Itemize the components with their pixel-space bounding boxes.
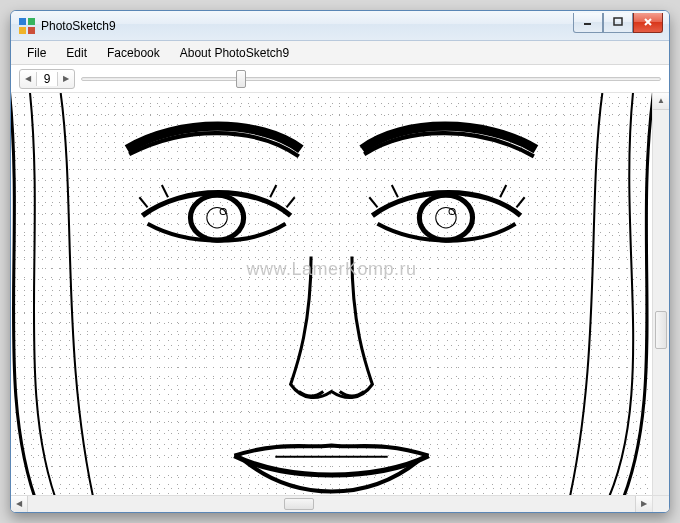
window-controls — [573, 13, 669, 33]
slider-track — [81, 77, 661, 81]
menu-about[interactable]: About PhotoSketch9 — [170, 41, 299, 64]
window-title: PhotoSketch9 — [41, 19, 573, 33]
close-button[interactable] — [633, 13, 663, 33]
scroll-horizontal-thumb[interactable] — [284, 498, 314, 510]
scroll-vertical-thumb[interactable] — [655, 311, 667, 349]
maximize-button[interactable] — [603, 13, 633, 33]
scroll-left-button[interactable]: ◀ — [11, 496, 28, 512]
canvas[interactable]: www.LamerKomp.ru — [11, 93, 652, 512]
image-sketch — [11, 93, 652, 512]
svg-rect-0 — [19, 18, 26, 25]
workspace: www.LamerKomp.ru ▲ ▼ ◀ ▶ — [11, 93, 669, 512]
svg-rect-2 — [19, 27, 26, 34]
slider-thumb[interactable] — [236, 70, 246, 88]
scroll-corner — [652, 495, 669, 512]
image-stipple-noise — [11, 93, 652, 512]
svg-rect-5 — [614, 18, 622, 25]
chevron-left-icon: ◀ — [25, 75, 31, 83]
menu-edit[interactable]: Edit — [56, 41, 97, 64]
titlebar[interactable]: PhotoSketch9 — [11, 11, 669, 41]
scrollbar-vertical[interactable]: ▲ ▼ — [652, 93, 669, 512]
chevron-right-icon: ▶ — [63, 75, 69, 83]
svg-rect-3 — [28, 27, 35, 34]
app-window: PhotoSketch9 File Edit Facebook About Ph… — [10, 10, 670, 513]
app-icon — [19, 18, 35, 34]
scroll-right-button[interactable]: ▶ — [635, 496, 652, 512]
minimize-button[interactable] — [573, 13, 603, 33]
scrollbar-horizontal[interactable]: ◀ ▶ — [11, 495, 652, 512]
stepper-increment[interactable]: ▶ — [58, 70, 74, 88]
menubar: File Edit Facebook About PhotoSketch9 — [11, 41, 669, 65]
menu-file[interactable]: File — [17, 41, 56, 64]
chevron-right-icon: ▶ — [641, 500, 647, 508]
threshold-slider[interactable] — [81, 70, 661, 88]
stepper-decrement[interactable]: ◀ — [20, 70, 36, 88]
chevron-up-icon: ▲ — [657, 97, 665, 105]
toolbar: ◀ 9 ▶ — [11, 65, 669, 93]
scroll-up-button[interactable]: ▲ — [653, 93, 669, 110]
svg-rect-1 — [28, 18, 35, 25]
stepper-value: 9 — [36, 72, 58, 86]
threshold-stepper[interactable]: ◀ 9 ▶ — [19, 69, 75, 89]
chevron-left-icon: ◀ — [16, 500, 22, 508]
menu-facebook[interactable]: Facebook — [97, 41, 170, 64]
